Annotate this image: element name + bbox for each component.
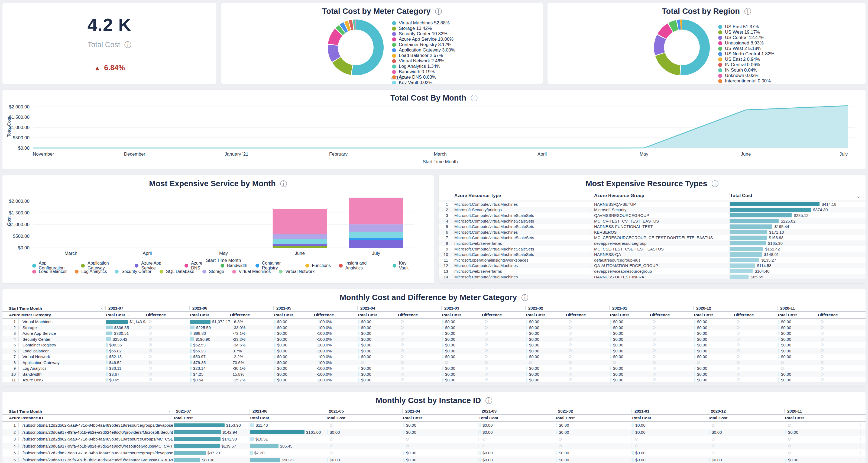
legend-item-us-east-2[interactable]: US East 2 0.94% bbox=[718, 57, 774, 62]
legend-item-virtual-network[interactable]: Virtual Network 2.46% bbox=[392, 58, 455, 64]
legend-item-intercontinental[interactable]: Intercontinental 0.00% bbox=[718, 78, 774, 84]
col-header-total-cost[interactable]: Total Cost bbox=[609, 313, 650, 317]
legend-item-sql-database[interactable]: SQL Database bbox=[160, 269, 194, 274]
col-header-total-cost[interactable]: Total Cost bbox=[173, 415, 249, 420]
info-icon[interactable]: ⓘ bbox=[521, 294, 528, 302]
table-row[interactable]: 6Microsoft.Compute/virtualMachinesKERBER… bbox=[439, 229, 866, 235]
col-header-total-cost[interactable]: Total Cost bbox=[708, 415, 784, 420]
stack-segment-virtual-machines[interactable] bbox=[349, 198, 403, 224]
col-header-total-cost[interactable]: Total Cost bbox=[693, 313, 734, 317]
legend-item-storage[interactable]: Storage bbox=[203, 269, 224, 274]
legend-item-unassigned[interactable]: Unassigned 8.93% bbox=[718, 40, 774, 46]
stack-segment-virtual-machines[interactable] bbox=[273, 209, 327, 234]
legend-item-azure-dns[interactable]: Azure DNS bbox=[185, 263, 212, 269]
collapse-chevron-icon[interactable]: ‹ bbox=[101, 306, 103, 311]
table-row[interactable]: 4/subscriptions/20d6a917-99fa-4b1b-9b2e-… bbox=[2, 443, 866, 450]
legend-item-us-north-central[interactable]: US North Central 1.82% bbox=[718, 51, 774, 57]
table-row[interactable]: 6/subscriptions/20d6a917-99fa-4b1b-9b2e-… bbox=[2, 457, 866, 463]
month-label[interactable]: 2021-04 bbox=[402, 409, 479, 413]
legend-item-bandwidth[interactable]: Bandwidth bbox=[220, 263, 247, 269]
legend-item-us-west[interactable]: US West 19.17% bbox=[718, 30, 774, 35]
table-row[interactable]: 7Virtual Network$52.13∅$50.97-2.2%$0.00-… bbox=[2, 354, 866, 360]
month-label[interactable]: 2021-03 bbox=[479, 409, 555, 413]
table-row[interactable]: 2Storage$336.85∅$225.59-33.0%$0.00-100.0… bbox=[2, 325, 866, 331]
month-label[interactable]: 2021-02 bbox=[525, 306, 609, 310]
col-header-difference[interactable]: Difference bbox=[398, 313, 441, 317]
table-row[interactable]: 6Load Balancer$55.82∅$56.230.7%$0.00-100… bbox=[2, 348, 866, 354]
table-row[interactable]: 8microsoft.web/serverfarmsdevappservicer… bbox=[439, 240, 866, 246]
col-header-total-cost[interactable]: Total Cost bbox=[631, 415, 708, 420]
stack-segment-azure-app-service[interactable] bbox=[273, 244, 327, 246]
total-cost-by-month-chart[interactable]: $0.00$500.00$1,000.00$1,500.00$2,000.00N… bbox=[2, 103, 861, 169]
info-icon[interactable]: ⓘ bbox=[712, 180, 719, 188]
legend-item-app-configuration[interactable]: App Configuration bbox=[32, 263, 73, 269]
month-label[interactable]: 2021-07 bbox=[173, 409, 249, 413]
horizontal-scrollbar[interactable] bbox=[439, 279, 866, 283]
info-icon[interactable]: ⓘ bbox=[485, 397, 492, 405]
legend-item-azure-app-service[interactable]: Azure App Service 10.00% bbox=[392, 37, 455, 42]
col-header-total-cost[interactable]: Total Cost bbox=[777, 313, 818, 317]
table-row[interactable]: 2Microsoft.Security/pricingsMicrosoft.Se… bbox=[439, 207, 866, 213]
col-header-resource-group[interactable]: Azure Resource Group bbox=[591, 193, 730, 198]
legend-item-key-vault[interactable]: Key Vault bbox=[393, 263, 417, 269]
col-header-resource-type[interactable]: Azure Resource Type bbox=[451, 193, 591, 198]
legend-item-log-analytics[interactable]: Log Analytics 1.34% bbox=[392, 64, 455, 69]
legend-item-insight-and-analytics[interactable]: Insight and Analytics bbox=[339, 263, 384, 269]
sort-chevron-icon[interactable]: ⌄ bbox=[856, 193, 861, 199]
col-header-total-cost[interactable]: Total Cost bbox=[189, 313, 230, 317]
stack-segment-security-center[interactable] bbox=[273, 239, 327, 244]
legend-item-azure-app-service[interactable]: Azure App Service bbox=[135, 263, 176, 269]
legend-item-in-south[interactable]: IN South 0.04% bbox=[718, 67, 774, 73]
month-label[interactable]: 2021-01 bbox=[609, 306, 693, 310]
table-row[interactable]: 1Virtual Machines$1,143.93∅$1,072.17-6.3… bbox=[2, 319, 866, 325]
col-header-difference[interactable]: Difference bbox=[146, 313, 189, 317]
table-row[interactable]: 8Application Gateway$46.52∅$79.3570.6%$0… bbox=[2, 360, 866, 366]
col-header-total-cost[interactable]: Total Cost bbox=[730, 193, 866, 198]
service-by-month-chart[interactable]: $0.00$500.00$1,000.00$1,500.00$2,000.00M… bbox=[2, 189, 425, 262]
col-header-total-cost[interactable]: Total Cost bbox=[479, 415, 555, 420]
collapse-chevron-icon[interactable]: ‹ bbox=[169, 408, 170, 414]
row-header-label[interactable]: Azure Instance ID bbox=[2, 415, 173, 420]
table-row[interactable]: 10Bandwidth$3.67∅$4.2515.8%$0.00-100.0%$… bbox=[2, 371, 866, 377]
month-label[interactable]: 2021-05 bbox=[273, 306, 357, 310]
legend-item-us-west-2[interactable]: US West 2 5.18% bbox=[718, 46, 774, 51]
table-row[interactable]: 5Microsoft.Compute/virtualMachineScaleSe… bbox=[439, 224, 866, 229]
legend-item-bandwidth[interactable]: Bandwidth 0.19% bbox=[392, 69, 455, 75]
month-label[interactable]: 2021-05 bbox=[326, 409, 402, 413]
stack-segment-container-registry[interactable] bbox=[349, 238, 403, 240]
col-header-difference[interactable]: Difference bbox=[230, 313, 273, 317]
legend-item-container-registry[interactable]: Container Registry 3.17% bbox=[392, 42, 455, 48]
table-row[interactable]: 5/subscriptions/12d2db62-5aa9-471d-84bb-… bbox=[2, 450, 866, 457]
month-label[interactable]: 2021-04 bbox=[357, 306, 441, 310]
col-header-total-cost[interactable]: Total Cost⌄ bbox=[105, 313, 146, 317]
legend-item-us-east[interactable]: US East 51.37% bbox=[718, 24, 774, 30]
stack-segment-security-center[interactable] bbox=[349, 232, 403, 238]
legend-item-load-balancer[interactable]: Load Balancer bbox=[32, 269, 67, 274]
table-row[interactable]: 4Microsoft.Compute/virtualMachineScaleSe… bbox=[439, 218, 866, 224]
month-label[interactable]: 2021-06 bbox=[189, 306, 273, 310]
legend-item-virtual-machines[interactable]: Virtual Machines bbox=[232, 269, 271, 274]
col-header-total-cost[interactable]: Total Cost bbox=[357, 313, 398, 317]
legend-item-unknown[interactable]: Unknown 0.03% bbox=[718, 73, 774, 78]
month-label[interactable]: 2021-06 bbox=[249, 409, 326, 413]
col-header-difference[interactable]: Difference bbox=[566, 313, 609, 317]
legend-item-eu-west[interactable]: EU West 0.00% bbox=[718, 84, 774, 84]
stack-segment-storage[interactable] bbox=[273, 234, 327, 239]
legend-item-application-gateway[interactable]: Application Gateway 3.00% bbox=[392, 48, 455, 53]
table-row[interactable]: 4Security Center$256.42∅$196.90-23.2%$0.… bbox=[2, 337, 866, 342]
page-down-icon[interactable]: ▼ bbox=[404, 75, 409, 81]
meter-category-donut[interactable] bbox=[327, 18, 385, 77]
region-donut[interactable] bbox=[653, 18, 711, 77]
sort-chevron-icon[interactable]: ⌄ bbox=[128, 313, 131, 317]
col-header-total-cost[interactable]: Total Cost bbox=[441, 313, 482, 317]
col-header-difference[interactable]: Difference bbox=[734, 313, 777, 317]
table-row[interactable]: 1Microsoft.Compute/virtualMachinesHARNES… bbox=[439, 201, 866, 207]
table-row[interactable]: 9Log Analytics$33.11∅$23.14-30.1%$0.00-1… bbox=[2, 366, 866, 371]
table-row[interactable]: 1/subscriptions/12d2db62-5aa9-471d-84bb-… bbox=[2, 422, 866, 429]
table-row[interactable]: 3/subscriptions/12d2db62-5aa9-471d-84bb-… bbox=[2, 436, 866, 443]
col-header-total-cost[interactable]: Total Cost bbox=[249, 415, 326, 420]
table-row[interactable]: 9Microsoft.Compute/virtualMachineScaleSe… bbox=[439, 246, 866, 252]
legend-item-log-analytics[interactable]: Log Analytics bbox=[75, 269, 107, 274]
legend-item-application-gateway[interactable]: Application Gateway bbox=[81, 263, 126, 269]
legend-item-security-center[interactable]: Security Center 10.82% bbox=[392, 31, 455, 37]
